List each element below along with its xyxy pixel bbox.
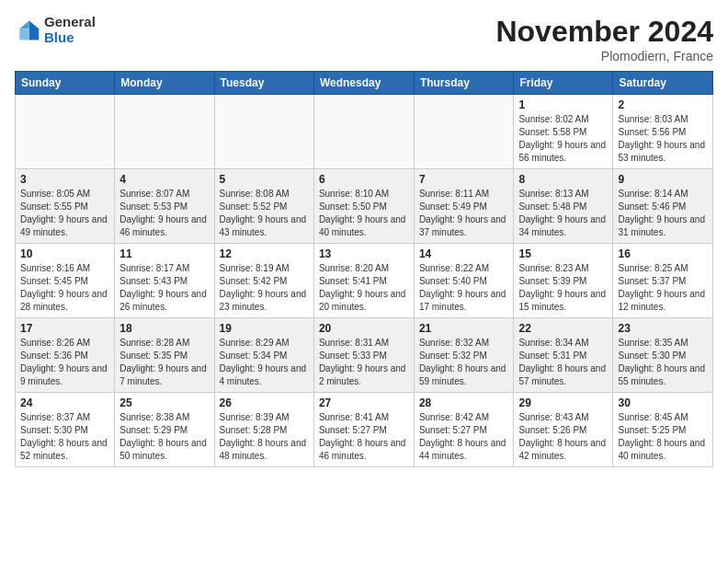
calendar-day-cell: 3Sunrise: 8:05 AMSunset: 5:55 PMDaylight… — [16, 169, 115, 244]
day-info: Sunrise: 8:03 AMSunset: 5:56 PMDaylight:… — [618, 113, 708, 165]
calendar-day-cell: 23Sunrise: 8:35 AMSunset: 5:30 PMDayligh… — [613, 318, 713, 393]
day-header: Tuesday — [214, 72, 313, 95]
calendar-day-cell: 18Sunrise: 8:28 AMSunset: 5:35 PMDayligh… — [115, 318, 214, 393]
calendar-day-cell: 9Sunrise: 8:14 AMSunset: 5:46 PMDaylight… — [613, 169, 713, 244]
day-number: 11 — [119, 247, 209, 260]
calendar-day-cell: 28Sunrise: 8:42 AMSunset: 5:27 PMDayligh… — [414, 393, 514, 467]
logo: General Blue — [15, 15, 96, 45]
day-number: 21 — [419, 322, 509, 335]
calendar-day-cell: 20Sunrise: 8:31 AMSunset: 5:33 PMDayligh… — [313, 318, 414, 393]
day-number: 17 — [20, 322, 109, 335]
day-header: Sunday — [16, 72, 115, 95]
calendar-day-cell: 6Sunrise: 8:10 AMSunset: 5:50 PMDaylight… — [313, 169, 414, 244]
day-number: 9 — [618, 173, 708, 186]
calendar-day-cell: 11Sunrise: 8:17 AMSunset: 5:43 PMDayligh… — [115, 244, 214, 318]
day-info: Sunrise: 8:11 AMSunset: 5:49 PMDaylight:… — [419, 188, 509, 239]
day-number: 12 — [220, 247, 309, 260]
day-number: 25 — [119, 396, 209, 409]
day-info: Sunrise: 8:32 AMSunset: 5:32 PMDaylight:… — [419, 337, 509, 388]
calendar-day-cell: 30Sunrise: 8:45 AMSunset: 5:25 PMDayligh… — [613, 393, 713, 467]
calendar-day-cell: 12Sunrise: 8:19 AMSunset: 5:42 PMDayligh… — [214, 244, 313, 318]
day-info: Sunrise: 8:07 AMSunset: 5:53 PMDaylight:… — [119, 188, 209, 239]
calendar-week-row: 24Sunrise: 8:37 AMSunset: 5:30 PMDayligh… — [16, 393, 713, 467]
calendar-week-row: 17Sunrise: 8:26 AMSunset: 5:36 PMDayligh… — [16, 318, 713, 393]
calendar-header-row: SundayMondayTuesdayWednesdayThursdayFrid… — [16, 72, 713, 95]
calendar-day-cell: 8Sunrise: 8:13 AMSunset: 5:48 PMDaylight… — [514, 169, 613, 244]
day-number: 27 — [319, 396, 409, 409]
calendar-day-cell: 19Sunrise: 8:29 AMSunset: 5:34 PMDayligh… — [214, 318, 313, 393]
day-info: Sunrise: 8:25 AMSunset: 5:37 PMDaylight:… — [618, 262, 708, 314]
day-number: 13 — [319, 247, 409, 260]
calendar-day-cell — [16, 95, 115, 169]
day-number: 19 — [220, 322, 309, 335]
page-header: General Blue November 2024 Plomodiern, F… — [15, 15, 713, 63]
day-info: Sunrise: 8:45 AMSunset: 5:25 PMDaylight:… — [618, 411, 708, 463]
day-info: Sunrise: 8:05 AMSunset: 5:55 PMDaylight:… — [20, 188, 109, 239]
day-info: Sunrise: 8:17 AMSunset: 5:43 PMDaylight:… — [119, 262, 209, 314]
day-number: 7 — [419, 173, 509, 186]
calendar-table: SundayMondayTuesdayWednesdayThursdayFrid… — [15, 71, 713, 467]
calendar-day-cell — [115, 95, 214, 169]
day-number: 30 — [618, 396, 708, 409]
calendar-day-cell: 27Sunrise: 8:41 AMSunset: 5:27 PMDayligh… — [313, 393, 414, 467]
day-number: 20 — [319, 322, 409, 335]
calendar-day-cell: 7Sunrise: 8:11 AMSunset: 5:49 PMDaylight… — [414, 169, 514, 244]
day-info: Sunrise: 8:29 AMSunset: 5:34 PMDaylight:… — [220, 337, 309, 388]
day-info: Sunrise: 8:35 AMSunset: 5:30 PMDaylight:… — [618, 337, 708, 388]
calendar-week-row: 3Sunrise: 8:05 AMSunset: 5:55 PMDaylight… — [16, 169, 713, 244]
day-number: 1 — [518, 98, 608, 111]
day-number: 8 — [518, 173, 608, 186]
day-header: Wednesday — [313, 72, 414, 95]
calendar-week-row: 1Sunrise: 8:02 AMSunset: 5:58 PMDaylight… — [16, 95, 713, 169]
day-info: Sunrise: 8:31 AMSunset: 5:33 PMDaylight:… — [319, 337, 409, 388]
calendar-day-cell: 2Sunrise: 8:03 AMSunset: 5:56 PMDaylight… — [613, 95, 713, 169]
day-header: Saturday — [613, 72, 713, 95]
day-number: 28 — [419, 396, 509, 409]
location: Plomodiern, France — [495, 49, 713, 63]
day-number: 29 — [518, 396, 608, 409]
day-info: Sunrise: 8:22 AMSunset: 5:40 PMDaylight:… — [419, 262, 509, 314]
calendar-day-cell: 5Sunrise: 8:08 AMSunset: 5:52 PMDaylight… — [214, 169, 313, 244]
day-info: Sunrise: 8:26 AMSunset: 5:36 PMDaylight:… — [20, 337, 109, 388]
day-number: 26 — [220, 396, 309, 409]
day-info: Sunrise: 8:43 AMSunset: 5:26 PMDaylight:… — [518, 411, 608, 463]
calendar-day-cell: 4Sunrise: 8:07 AMSunset: 5:53 PMDaylight… — [115, 169, 214, 244]
day-info: Sunrise: 8:14 AMSunset: 5:46 PMDaylight:… — [618, 188, 708, 239]
logo-blue: Blue — [44, 30, 96, 46]
day-info: Sunrise: 8:34 AMSunset: 5:31 PMDaylight:… — [518, 337, 608, 388]
calendar-day-cell: 25Sunrise: 8:38 AMSunset: 5:29 PMDayligh… — [115, 393, 214, 467]
day-number: 24 — [20, 396, 109, 409]
day-info: Sunrise: 8:16 AMSunset: 5:45 PMDaylight:… — [20, 262, 109, 314]
day-number: 23 — [618, 322, 708, 335]
day-number: 22 — [518, 322, 608, 335]
day-number: 15 — [518, 247, 608, 260]
calendar-day-cell: 26Sunrise: 8:39 AMSunset: 5:28 PMDayligh… — [214, 393, 313, 467]
month-title: November 2024 — [495, 15, 713, 49]
calendar-day-cell — [414, 95, 514, 169]
day-header: Thursday — [414, 72, 514, 95]
day-number: 18 — [119, 322, 209, 335]
day-info: Sunrise: 8:39 AMSunset: 5:28 PMDaylight:… — [220, 411, 309, 463]
day-info: Sunrise: 8:08 AMSunset: 5:52 PMDaylight:… — [220, 188, 309, 239]
calendar-day-cell: 29Sunrise: 8:43 AMSunset: 5:26 PMDayligh… — [514, 393, 613, 467]
calendar-day-cell: 1Sunrise: 8:02 AMSunset: 5:58 PMDaylight… — [514, 95, 613, 169]
calendar-day-cell — [313, 95, 414, 169]
day-header: Monday — [115, 72, 214, 95]
calendar-day-cell — [214, 95, 313, 169]
day-number: 6 — [319, 173, 409, 186]
logo-general: General — [44, 15, 96, 30]
calendar-day-cell: 17Sunrise: 8:26 AMSunset: 5:36 PMDayligh… — [16, 318, 115, 393]
day-info: Sunrise: 8:19 AMSunset: 5:42 PMDaylight:… — [220, 262, 309, 314]
calendar-day-cell: 13Sunrise: 8:20 AMSunset: 5:41 PMDayligh… — [313, 244, 414, 318]
calendar-day-cell: 24Sunrise: 8:37 AMSunset: 5:30 PMDayligh… — [16, 393, 115, 467]
calendar-day-cell: 15Sunrise: 8:23 AMSunset: 5:39 PMDayligh… — [514, 244, 613, 318]
calendar-day-cell: 10Sunrise: 8:16 AMSunset: 5:45 PMDayligh… — [16, 244, 115, 318]
calendar-day-cell: 14Sunrise: 8:22 AMSunset: 5:40 PMDayligh… — [414, 244, 514, 318]
logo-icon — [15, 17, 40, 43]
day-info: Sunrise: 8:38 AMSunset: 5:29 PMDaylight:… — [119, 411, 209, 463]
day-number: 2 — [618, 98, 708, 111]
day-info: Sunrise: 8:28 AMSunset: 5:35 PMDaylight:… — [119, 337, 209, 388]
day-info: Sunrise: 8:23 AMSunset: 5:39 PMDaylight:… — [518, 262, 608, 314]
day-number: 3 — [20, 173, 109, 186]
day-number: 16 — [618, 247, 708, 260]
